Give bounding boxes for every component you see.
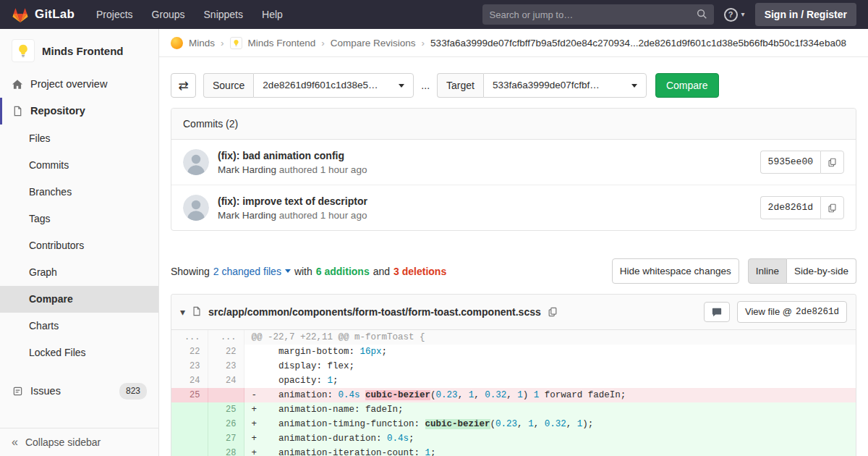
additions-count: 6 additions <box>316 266 370 277</box>
commit-title-link[interactable]: (fix): bad animation config <box>218 150 752 161</box>
help-dropdown[interactable]: ? ▾ <box>724 8 745 22</box>
gitlab-home-link[interactable]: GitLab <box>12 7 75 23</box>
sidebar-item-label: Issues <box>30 384 61 398</box>
diff-line-del: 25- animation: 0.4s cubic-bezier(0.23, 1… <box>171 388 856 402</box>
author-avatar[interactable] <box>183 195 209 221</box>
changed-files-dropdown[interactable]: 2 changed files <box>213 266 291 277</box>
copy-icon <box>827 158 837 167</box>
commit-sha-link[interactable]: 5935ee00 <box>760 151 820 174</box>
showing-label: Showing <box>171 266 210 277</box>
group-avatar <box>171 37 183 49</box>
sidebar-item-repository[interactable]: Repository <box>0 98 158 124</box>
collapse-sidebar-button[interactable]: « Collapse sidebar <box>0 428 158 456</box>
nav-link-help[interactable]: Help <box>262 9 283 20</box>
copy-sha-button[interactable] <box>820 151 844 174</box>
old-line-number[interactable]: 25 <box>171 388 208 402</box>
new-line-number[interactable]: 25 <box>208 402 244 417</box>
chevron-right-icon: › <box>221 38 224 48</box>
breadcrumb-link-project[interactable]: Minds Frontend <box>248 38 316 48</box>
new-line-number[interactable]: 24 <box>208 373 244 388</box>
commit-title-link[interactable]: (fix): improve text of descriptor <box>218 195 752 207</box>
diff-code-cell: + animation-name: fadeIn; <box>244 402 856 417</box>
sidebar-item-locked-files[interactable]: Locked Files <box>0 339 158 366</box>
old-line-number[interactable]: 24 <box>171 373 208 388</box>
swap-revisions-button[interactable]: ⇄ <box>171 73 196 98</box>
sidebar-nav: Project overview Repository FilesCommits… <box>0 71 158 406</box>
copy-file-path-button[interactable] <box>548 307 558 317</box>
source-ref-value: 2de8261d9f601c1d38e5… <box>263 79 378 92</box>
diff-file-path[interactable]: src/app/common/components/form-toast/for… <box>208 306 541 318</box>
breadcrumb-link-group[interactable]: Minds <box>189 38 215 48</box>
sidebar-item-files[interactable]: Files <box>0 125 158 152</box>
compare-button[interactable]: Compare <box>655 73 719 98</box>
breadcrumb-current-refs: 533fa6a3999de07fcfbff7b9a5fd20e84c270934… <box>430 38 846 48</box>
expand-diff-cell[interactable]: ... <box>208 330 244 345</box>
sidebar-item-issues[interactable]: Issues 823 <box>0 376 158 406</box>
lightbulb-icon <box>16 43 30 58</box>
old-line-number[interactable]: 23 <box>171 359 208 373</box>
breadcrumb-link-compare[interactable]: Compare Revisions <box>331 38 416 48</box>
sidebar-item-tags[interactable]: Tags <box>0 206 158 232</box>
view-file-button[interactable]: View file @ 2de8261d <box>737 301 847 323</box>
sidebar-item-contributors[interactable]: Contributors <box>0 232 158 259</box>
source-label: Source <box>203 73 253 98</box>
commit-author-link[interactable]: Mark Harding <box>218 210 276 221</box>
commit-sha-link[interactable]: 2de8261d <box>760 196 820 219</box>
issues-count-badge: 823 <box>119 383 147 400</box>
person-icon <box>183 195 209 221</box>
project-title: Minds Frontend <box>42 45 124 57</box>
sidebar-item-commits[interactable]: Commits <box>0 152 158 179</box>
new-line-number[interactable] <box>208 388 244 402</box>
breadcrumb: Minds › Minds Frontend › Compare Revisio… <box>159 29 868 57</box>
collapse-diff-caret-icon[interactable]: ▾ <box>180 306 185 318</box>
old-line-number[interactable]: 22 <box>171 345 208 359</box>
project-mini-avatar <box>230 37 242 49</box>
sidebar-item-charts[interactable]: Charts <box>0 313 158 339</box>
chevron-right-icon: › <box>422 38 425 48</box>
source-ref-dropdown[interactable]: 2de8261d9f601c1d38e5… <box>253 73 414 98</box>
search-box <box>482 4 714 25</box>
new-line-number[interactable]: 22 <box>208 345 244 359</box>
new-line-number[interactable]: 23 <box>208 359 244 373</box>
sidebar-item-branches[interactable]: Branches <box>0 179 158 206</box>
diff-summary-row: Showing 2 changed files with 6 additions… <box>171 258 856 284</box>
copy-sha-button[interactable] <box>820 196 844 219</box>
brand-wordmark: GitLab <box>35 7 75 22</box>
old-line-number[interactable] <box>171 417 208 431</box>
target-ref-dropdown[interactable]: 533fa6a3999de07fcfbf… <box>483 73 647 98</box>
nav-link-snippets[interactable]: Snippets <box>204 9 243 20</box>
nav-link-groups[interactable]: Groups <box>152 9 185 20</box>
old-line-number[interactable] <box>171 431 208 446</box>
hide-whitespace-button[interactable]: Hide whitespace changes <box>612 258 739 284</box>
nav-link-projects[interactable]: Projects <box>96 9 133 20</box>
file-icon <box>192 306 202 318</box>
diff-line-add: 27+ animation-duration: 0.4s; <box>171 431 856 446</box>
search-input[interactable] <box>482 4 714 25</box>
inline-view-button[interactable]: Inline <box>748 258 787 284</box>
diff-line-hunk: ......@@ -22,7 +22,11 @@ m-formToast { <box>171 330 856 345</box>
commit-author-link[interactable]: Mark Harding <box>218 164 276 175</box>
old-line-number[interactable] <box>171 402 208 417</box>
repository-submenu: FilesCommitsBranchesTagsContributorsGrap… <box>0 124 158 376</box>
changed-files-label: 2 changed files <box>213 266 281 277</box>
issues-icon <box>12 386 23 397</box>
sign-in-register-button[interactable]: Sign in / Register <box>755 3 856 26</box>
new-line-number[interactable]: 28 <box>208 446 244 456</box>
diff-line-context: 2323 display: flex; <box>171 359 856 373</box>
toggle-comments-button[interactable] <box>704 302 730 322</box>
sidebar-item-compare[interactable]: Compare <box>0 286 158 313</box>
old-line-number[interactable] <box>171 446 208 456</box>
new-line-number[interactable]: 26 <box>208 417 244 431</box>
author-avatar[interactable] <box>183 149 209 175</box>
sidebar-item-project-overview[interactable]: Project overview <box>0 71 158 98</box>
new-line-number[interactable]: 27 <box>208 431 244 446</box>
expand-diff-cell[interactable]: ... <box>171 330 208 345</box>
sidebar-item-graph[interactable]: Graph <box>0 259 158 286</box>
copy-icon <box>548 307 558 317</box>
document-icon <box>12 106 23 117</box>
side-by-side-view-button[interactable]: Side-by-side <box>787 258 856 284</box>
collapse-sidebar-label: Collapse sidebar <box>25 436 101 448</box>
commit-list: (fix): bad animation config Mark Harding… <box>171 140 856 230</box>
diff-line-add: 28+ animation-iteration-count: 1; <box>171 446 856 456</box>
project-context-header[interactable]: Minds Frontend <box>0 29 158 71</box>
